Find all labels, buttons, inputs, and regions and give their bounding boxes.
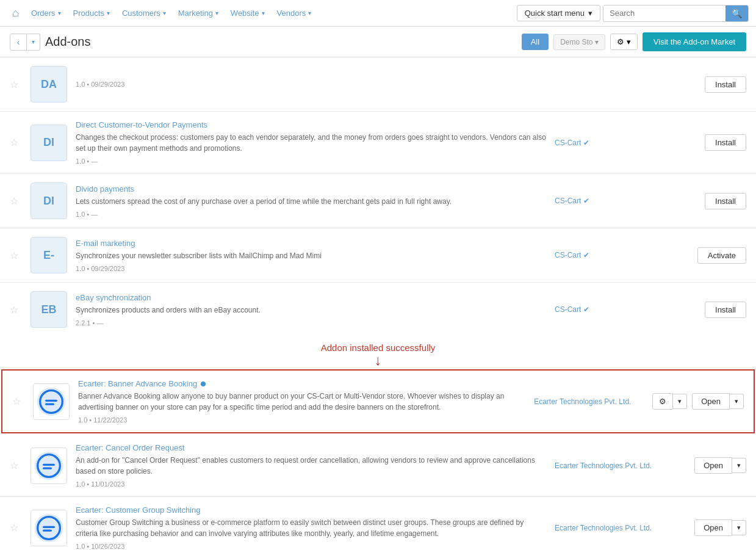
open-button-ecarter-group[interactable]: Open: [694, 519, 732, 536]
products-chevron-icon: ▾: [107, 10, 110, 16]
addon-vendor-ecarter-banner: Ecarter Technologies Pvt. Ltd.: [534, 397, 644, 406]
addon-info-ebay: eBay synchronization Synchronizes produc…: [76, 293, 546, 327]
star-icon-ecarter-banner[interactable]: ☆: [12, 396, 24, 407]
addon-row-ecarter-group: ☆ Ecarter: Customer Group Switching Cust…: [0, 497, 756, 550]
open-caret-button-ecarter-banner[interactable]: ▾: [730, 394, 744, 409]
forward-button[interactable]: ▾: [27, 34, 40, 51]
marketing-chevron-icon: ▾: [215, 10, 218, 16]
addon-name-ecarter-banner[interactable]: Ecarter: Banner Advance Booking: [78, 379, 525, 388]
addon-meta-ecarter-banner: 1.0 • 11/22/2023: [78, 416, 525, 424]
addon-name-ecarter-group[interactable]: Ecarter: Customer Group Switching: [76, 505, 546, 515]
star-icon-ecarter-cancel[interactable]: ☆: [10, 460, 22, 471]
nav-products[interactable]: Products ▾: [68, 6, 115, 20]
store-badge: Demo Sto ▾: [553, 34, 605, 50]
open-button-ecarter-banner[interactable]: Open: [692, 393, 730, 410]
orders-chevron-icon: ▾: [58, 10, 61, 16]
addon-meta-email: 1.0 • 09/29/2023: [76, 265, 546, 272]
nav-website[interactable]: Website ▾: [226, 6, 270, 20]
quick-start-button[interactable]: Quick start menu ▾: [517, 5, 600, 21]
addon-meta-direct-customer: 1.0 • —: [76, 157, 546, 165]
addon-actions-email: Activate: [673, 247, 746, 264]
addon-info-ecarter-group: Ecarter: Customer Group Switching Custom…: [76, 505, 546, 550]
star-icon-direct-customer[interactable]: ☆: [10, 137, 22, 148]
addon-meta-divido: 1.0 • —: [76, 211, 546, 218]
install-button-ebay[interactable]: Install: [705, 302, 746, 318]
svg-rect-3: [45, 403, 54, 405]
addon-meta-da: 1.0 • 09/29/2023: [76, 81, 664, 88]
settings-dropdown-button[interactable]: ⚙ ▾: [610, 34, 638, 50]
star-icon-da[interactable]: ☆: [10, 79, 22, 90]
install-button-direct-customer[interactable]: Install: [705, 134, 746, 151]
nav-customers[interactable]: Customers ▾: [117, 6, 171, 20]
addon-desc-ecarter-banner: Banner Advance Booking allow anyone to b…: [78, 391, 525, 413]
addon-actions-direct-customer: Install: [673, 134, 746, 151]
main-content: ☆ DA 1.0 • 09/29/2023 Install ☆ DI Direc…: [0, 57, 756, 550]
svg-rect-10: [43, 526, 55, 527]
addon-row-ebay: ☆ EB eBay synchronization Synchronizes p…: [0, 283, 756, 336]
nav-marketing[interactable]: Marketing ▾: [173, 6, 223, 20]
addon-logo-ecarter-banner: [33, 383, 70, 420]
open-caret-button-ecarter-group[interactable]: ▾: [732, 520, 746, 535]
install-button-da[interactable]: Install: [705, 76, 746, 93]
addon-info-email: E-mail marketing Synchronizes your newsl…: [76, 239, 546, 272]
addon-desc-direct-customer: Changes the checkout process: customers …: [76, 132, 546, 154]
nav-vendors[interactable]: Vendors ▾: [272, 6, 317, 20]
addon-vendor-direct-customer: CS-Cart ✔: [555, 139, 664, 147]
sub-header: ‹ ▾ Add-ons All Demo Sto ▾ ⚙ ▾ Visit the…: [0, 27, 756, 57]
activate-button-email[interactable]: Activate: [697, 247, 746, 264]
store-chevron-icon: ▾: [595, 38, 599, 46]
home-icon[interactable]: ⌂: [7, 4, 24, 22]
star-icon-ebay[interactable]: ☆: [10, 304, 22, 316]
addon-meta-ebay: 2.2.1 • —: [76, 319, 546, 327]
addon-info-divido: Divido payments Lets customers spread th…: [76, 184, 546, 218]
website-chevron-icon: ▾: [262, 10, 265, 16]
addon-name-direct-customer[interactable]: Direct Customer-to-Vendor Payments: [76, 120, 546, 129]
addon-logo-ecarter-group: [31, 510, 67, 546]
addon-vendor-divido: CS-Cart ✔: [555, 197, 664, 205]
vendor-check-icon-direct-customer: ✔: [583, 139, 589, 147]
open-caret-button-ecarter-cancel[interactable]: ▾: [732, 458, 746, 473]
install-button-divido[interactable]: Install: [705, 193, 746, 209]
addon-vendor-ecarter-group: Ecarter Technologies Pvt. Ltd.: [555, 524, 664, 532]
addon-actions-da: Install: [673, 76, 746, 93]
visit-market-button[interactable]: Visit the Add-on Market: [643, 32, 746, 51]
addon-info-da: 1.0 • 09/29/2023: [76, 81, 664, 88]
addon-actions-divido: Install: [673, 193, 746, 209]
addon-name-ecarter-cancel[interactable]: Ecarter: Cancel Order Request: [76, 443, 546, 452]
addon-name-divido[interactable]: Divido payments: [76, 184, 546, 194]
star-icon-divido[interactable]: ☆: [10, 195, 22, 207]
page-title: Add-ons: [45, 35, 517, 49]
back-button[interactable]: ‹: [10, 34, 27, 51]
gear-settings-button-ecarter-banner[interactable]: ⚙: [652, 393, 673, 410]
svg-rect-2: [45, 399, 57, 401]
vendor-check-icon-email: ✔: [583, 251, 589, 259]
ecarter-cancel-logo-svg: [34, 449, 64, 482]
svg-rect-6: [43, 463, 55, 465]
addon-desc-ecarter-cancel: An add-on for "Cancel Order Request" ena…: [76, 455, 546, 477]
gear-caret-button-ecarter-banner[interactable]: ▾: [673, 394, 687, 409]
addon-vendor-ecarter-cancel: Ecarter Technologies Pvt. Ltd.: [555, 461, 664, 470]
addon-desc-ecarter-group: Customer Group Switching a business or e…: [76, 517, 546, 539]
nav-orders[interactable]: Orders ▾: [26, 6, 66, 20]
filter-all-button[interactable]: All: [522, 34, 549, 50]
annotation-container: ☆ EB eBay synchronization Synchronizes p…: [0, 283, 756, 368]
new-badge-icon: [201, 382, 206, 386]
addon-row-email: ☆ E- E-mail marketing Synchronizes your …: [0, 228, 756, 283]
search-input[interactable]: [603, 5, 725, 21]
annotation-text: Addon installed successfully: [0, 336, 756, 353]
customers-chevron-icon: ▾: [163, 10, 166, 16]
vendor-check-icon-divido: ✔: [583, 197, 589, 205]
addon-row-ecarter-cancel: ☆ Ecarter: Cancel Order Request An add-o…: [0, 435, 756, 497]
nav-history-group: ‹ ▾: [10, 34, 40, 51]
addon-name-email[interactable]: E-mail marketing: [76, 239, 546, 248]
star-icon-email[interactable]: ☆: [10, 250, 22, 261]
addon-vendor-email: CS-Cart ✔: [555, 251, 664, 259]
addon-logo-direct-customer: DI: [31, 125, 67, 161]
star-icon-ecarter-group[interactable]: ☆: [10, 522, 22, 534]
search-button[interactable]: 🔍: [725, 5, 748, 21]
addon-desc-divido: Lets customers spread the cost of any pu…: [76, 196, 546, 207]
addon-name-ebay[interactable]: eBay synchronization: [76, 293, 546, 302]
addon-meta-ecarter-cancel: 1.0 • 11/01/2023: [76, 480, 546, 488]
vendors-chevron-icon: ▾: [308, 10, 311, 16]
open-button-ecarter-cancel[interactable]: Open: [694, 457, 732, 474]
